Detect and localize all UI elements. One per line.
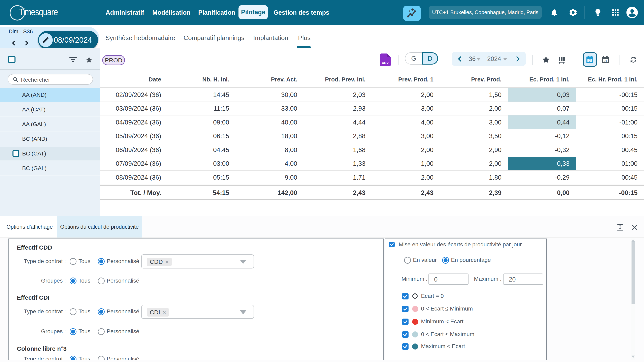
svg-text:31: 31 bbox=[604, 59, 607, 62]
svg-text:csv: csv bbox=[382, 60, 388, 65]
svg-text:7: 7 bbox=[589, 59, 591, 63]
